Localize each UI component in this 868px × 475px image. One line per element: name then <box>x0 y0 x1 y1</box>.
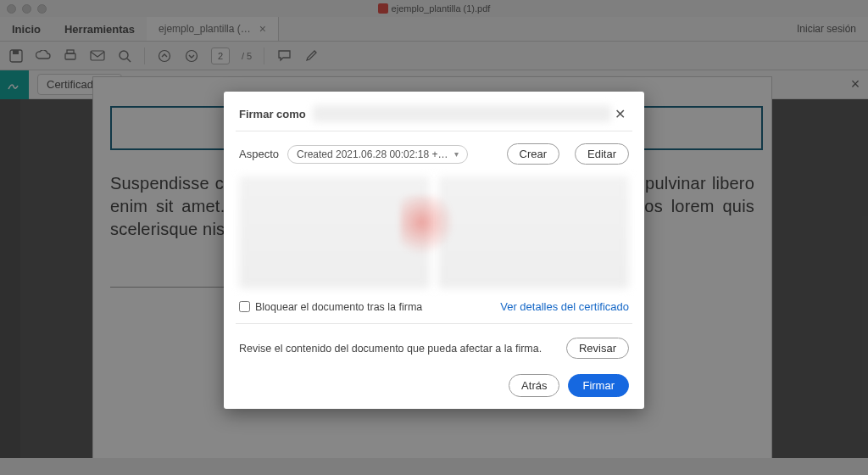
lock-checkbox-input[interactable] <box>239 301 250 312</box>
adobe-watermark-icon <box>400 195 454 263</box>
create-button[interactable]: Crear <box>507 143 560 165</box>
appearance-select[interactable]: Created 2021.06.28 00:02:18 +… ▾ <box>287 145 468 164</box>
dialog-separator <box>236 131 632 131</box>
edit-button[interactable]: Editar <box>575 143 629 165</box>
dialog-title: Firmar como <box>239 108 306 120</box>
lock-document-checkbox[interactable]: Bloquear el documento tras la firma <box>239 301 422 313</box>
chevron-down-icon: ▾ <box>454 149 459 159</box>
signature-preview <box>239 176 629 288</box>
dialog-separator <box>236 323 632 324</box>
sign-button[interactable]: Firmar <box>568 374 629 397</box>
dialog-close-icon[interactable]: ✕ <box>611 106 629 122</box>
view-certificate-details-link[interactable]: Ver detalles del certificado <box>500 300 629 313</box>
review-warning-text: Revise el contenido del documento que pu… <box>239 343 556 355</box>
appearance-value: Created 2021.06.28 00:02:18 +… <box>297 148 448 160</box>
preview-details-block <box>438 176 629 288</box>
appearance-label: Aspecto <box>239 148 279 160</box>
signer-identity-redacted <box>313 105 611 122</box>
review-button[interactable]: Revisar <box>566 338 629 359</box>
lock-label: Bloquear el documento tras la firma <box>255 301 422 313</box>
back-button[interactable]: Atrás <box>509 374 559 397</box>
sign-as-dialog: Firmar como ✕ Aspecto Created 2021.06.28… <box>224 92 644 409</box>
